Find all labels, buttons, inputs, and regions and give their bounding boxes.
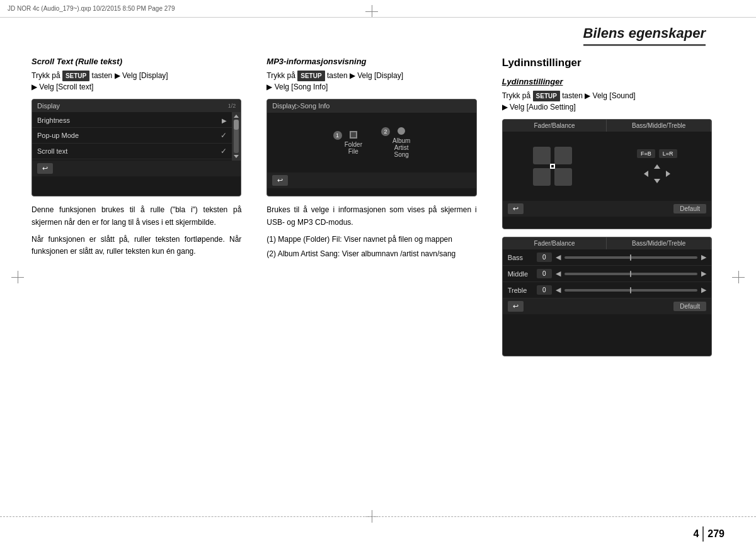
option1-radio[interactable] (350, 131, 357, 139)
bass-value: 0 (537, 253, 552, 262)
screen1-scrollbar (232, 112, 241, 161)
seat-rear-right (554, 168, 572, 186)
col2-instr2: tasten ▶ Velg [Display] (327, 71, 403, 80)
middle-increase[interactable]: ▶ (701, 270, 706, 278)
balance-right-arrow[interactable] (666, 171, 670, 177)
bass-label: Bass (508, 254, 533, 261)
seat-rear-left (533, 168, 551, 186)
footer: 4 279 (0, 516, 756, 551)
col3-instr3: ▶ Velg [Audio Setting] (502, 103, 576, 111)
screen1-list: Brightness ▶ Pop-up Mode ✓ Scroll text ✓ (32, 112, 232, 161)
col2-numbered2: (2) Album Artist Sang: Viser albumnavn /… (266, 248, 476, 260)
page-num-text: 279 (707, 528, 724, 540)
fader-car-diagram (503, 132, 603, 201)
eq-default-button[interactable]: Default (673, 302, 706, 311)
eq-rows: Bass 0 ◀ ▶ Middle 0 ◀ ▶ (503, 249, 711, 298)
treble-value: 0 (537, 285, 552, 295)
balance-left-arrow[interactable] (644, 171, 648, 177)
treble-slider[interactable] (564, 289, 697, 292)
col3-instruction: Trykk på SETUP tasten ▶ Velg [Sound] ▶ V… (502, 90, 712, 113)
option2-num: 2 (381, 127, 390, 136)
col1-instr3: ▶ Velg [Scroll text] (32, 82, 93, 91)
setup-screen-songinfo: Display▷Song Info 1 Folder File (266, 99, 476, 196)
bass-increase[interactable]: ▶ (701, 253, 706, 261)
col1-setup-tag: SETUP (62, 71, 89, 81)
screen1-header: Display 1/2 (32, 99, 241, 112)
bass-thumb (630, 254, 631, 261)
popup-check: ✓ (220, 131, 227, 140)
bass-decrease[interactable]: ◀ (556, 253, 561, 261)
middle-slider[interactable] (564, 273, 697, 275)
brightness-label: Brightness (37, 116, 70, 124)
middle-thumb (630, 271, 631, 277)
header-bar: JD NOR 4c (Audio_179~).qxp 10/2/2015 8:5… (0, 0, 756, 18)
page-number: 4 279 (693, 526, 724, 542)
list-item-brightness[interactable]: Brightness ▶ (32, 113, 232, 128)
fader-header: Fader/Balance Bass/Middle/Treble (503, 120, 711, 132)
fader-controls: F=B L=R (603, 132, 711, 201)
page-divider (702, 526, 704, 542)
balance-down-arrow[interactable] (654, 179, 660, 183)
col3-instr2: tasten ▶ Velg [Sound] (562, 91, 635, 100)
screen2-back-button[interactable]: ↩ (272, 175, 288, 186)
screen2-header-label: Display▷Song Info (272, 102, 329, 110)
scrolltext-check: ✓ (220, 147, 227, 156)
bass-slider[interactable] (564, 256, 697, 259)
fader-back-button[interactable]: ↩ (508, 203, 524, 214)
col2-body1: Brukes til å velge i informasjonen som v… (266, 204, 476, 228)
eq-header: Fader/Balance Bass/Middle/Treble (503, 237, 711, 249)
balance-horizontal-arrows (644, 171, 670, 177)
balance-fb: F=B (637, 149, 655, 158)
col2-numbered1: (1) Mappe (Folder) Fil: Viser navnet på … (266, 234, 476, 246)
col3-main-title: Lydinnstillinger (502, 57, 712, 69)
fader-col2-label: Bass/Middle/Treble (607, 120, 711, 132)
option1-label1: Folder (345, 141, 362, 148)
screen1-back-button[interactable]: ↩ (37, 163, 53, 174)
col3-instr1: Trykk på (502, 91, 531, 100)
song-option-1: 1 Folder File (333, 131, 362, 155)
fader-col1-label: Fader/Balance (503, 120, 607, 132)
col2-instr1: Trykk på (266, 71, 295, 80)
screen1-header-label: Display (37, 102, 60, 110)
col2-instr3: ▶ Velg [Song Info] (266, 82, 328, 91)
setup-screen-fader: Fader/Balance Bass/Middle/Treble (502, 119, 712, 229)
eq-footer: ↩ Default (503, 298, 711, 314)
col3-subtitle: Lydinnstillinger (502, 77, 712, 86)
option2-label1: Album (392, 137, 410, 144)
option2-radio[interactable] (398, 127, 405, 135)
list-item-popup[interactable]: Pop-up Mode ✓ (32, 128, 232, 144)
col1-title: Scroll Text (Rulle tekst) (32, 57, 241, 66)
header-text: JD NOR 4c (Audio_179~).qxp 10/2/2015 8:5… (8, 5, 175, 12)
balance-up-arrow[interactable] (654, 164, 660, 169)
brightness-arrow: ▶ (222, 117, 227, 124)
list-item-scrolltext[interactable]: Scroll text ✓ (32, 144, 232, 159)
eq-middle-row: Middle 0 ◀ ▶ (503, 266, 711, 282)
scrolltext-label: Scroll text (37, 147, 67, 155)
col-mp3-info: MP3-informasjonsvisning Trykk på SETUP t… (254, 57, 489, 513)
col2-instruction: Trykk på SETUP tasten ▶ Velg [Display] ▶… (266, 70, 476, 93)
treble-decrease[interactable]: ◀ (556, 286, 561, 294)
seat-front-right (554, 147, 572, 164)
col1-instruction: Trykk på SETUP tasten ▶ Velg [Display] ▶… (32, 70, 241, 93)
seat-front-left (533, 147, 551, 164)
crosshair (550, 164, 555, 169)
treble-label: Treble (508, 287, 533, 294)
setup-screen-display: Display 1/2 Brightness ▶ Pop-up Mode ✓ S… (32, 99, 241, 196)
page-title-section: Bilens egenskaper (583, 25, 706, 46)
col1-body1: Denne funksjonen brukes til å rulle ("bl… (32, 204, 241, 228)
eq-back-button[interactable]: ↩ (508, 301, 524, 312)
col1-instr1: Trykk på (32, 71, 60, 80)
fader-default-button[interactable]: Default (673, 204, 706, 213)
middle-decrease[interactable]: ◀ (556, 270, 561, 278)
col2-setup-tag: SETUP (297, 71, 324, 81)
scroll-thumb (234, 120, 239, 130)
eq-col1-label: Fader/Balance (503, 237, 607, 249)
scroll-down-arrow[interactable] (234, 155, 239, 158)
popup-label: Pop-up Mode (37, 132, 79, 139)
song-option-2: 2 Album Artist Song (381, 127, 410, 158)
eq-col2-label: Bass/Middle/Treble (607, 237, 711, 249)
page-title: Bilens egenskaper (583, 25, 706, 42)
scroll-up-arrow[interactable] (234, 115, 239, 118)
treble-increase[interactable]: ▶ (701, 286, 706, 294)
screen1-page-num: 1/2 (228, 103, 236, 109)
